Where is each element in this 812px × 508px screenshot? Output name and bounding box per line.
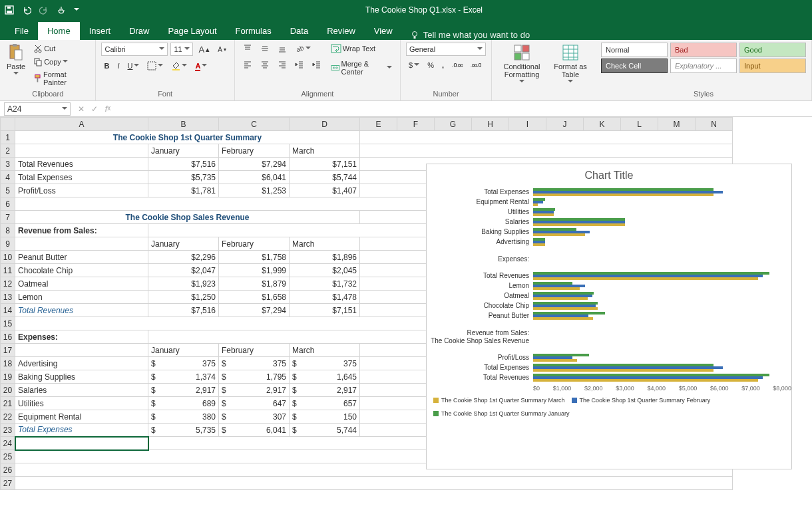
- chart-bar-row: Total Revenues: [427, 271, 785, 281]
- col-M[interactable]: M: [658, 118, 696, 131]
- tab-page-layout[interactable]: Page Layout: [159, 22, 226, 40]
- col-N[interactable]: N: [696, 118, 733, 131]
- chart-bar-row: Salaries: [427, 217, 785, 227]
- style-input[interactable]: Input: [739, 59, 806, 73]
- number-group-label: Number: [406, 90, 486, 99]
- tab-view[interactable]: View: [365, 22, 402, 40]
- style-check-cell[interactable]: Check Cell: [601, 59, 668, 73]
- col-F[interactable]: F: [397, 118, 435, 131]
- chart-x-axis: $0$1,000$2,000$3,000$4,000$5,000$6,000$7…: [533, 382, 791, 393]
- tab-file[interactable]: File: [5, 22, 38, 40]
- copy-icon: [33, 57, 43, 66]
- style-good[interactable]: Good: [739, 43, 806, 57]
- save-icon[interactable]: [4, 5, 15, 15]
- undo-icon[interactable]: [21, 5, 32, 15]
- align-top-button[interactable]: [240, 43, 255, 55]
- style-bad[interactable]: Bad: [670, 43, 737, 57]
- svg-rect-7: [15, 50, 22, 60]
- percent-format-button[interactable]: %: [425, 60, 437, 70]
- col-G[interactable]: G: [435, 118, 472, 131]
- svg-text:.0: .0: [477, 62, 481, 68]
- quick-access-toolbar: [4, 5, 80, 15]
- row-1[interactable]: 1: [1, 131, 15, 144]
- col-L[interactable]: L: [621, 118, 658, 131]
- enter-formula-button[interactable]: ✓: [88, 104, 101, 114]
- format-painter-button[interactable]: Format Painter: [31, 69, 90, 88]
- col-B[interactable]: B: [148, 118, 219, 131]
- underline-button[interactable]: U: [125, 61, 142, 71]
- svg-rect-14: [148, 62, 156, 70]
- comma-format-button[interactable]: ,: [439, 60, 447, 70]
- cancel-formula-button[interactable]: ✕: [75, 104, 88, 114]
- tab-review[interactable]: Review: [317, 22, 365, 40]
- bold-button[interactable]: B: [101, 61, 112, 71]
- align-left-button[interactable]: [240, 59, 255, 70]
- align-middle-button[interactable]: [258, 43, 272, 55]
- chart[interactable]: Chart Title Total ExpensesEquipment Rent…: [426, 164, 792, 469]
- increase-decimal-button[interactable]: .0.00: [449, 60, 465, 70]
- fill-color-button[interactable]: [168, 60, 190, 72]
- tell-me[interactable]: Tell me what you want to do: [410, 30, 530, 40]
- merge-center-button[interactable]: Merge & Center: [328, 59, 395, 77]
- accounting-format-button[interactable]: $: [406, 60, 422, 70]
- col-D[interactable]: D: [290, 118, 360, 131]
- col-H[interactable]: H: [472, 118, 509, 131]
- format-as-table-button[interactable]: Format as Table: [550, 43, 590, 85]
- touch-mode-icon[interactable]: [56, 5, 67, 15]
- align-right-button[interactable]: [275, 59, 290, 70]
- decrease-decimal-button[interactable]: .00.0: [468, 60, 484, 70]
- fx-button[interactable]: fx: [101, 104, 114, 114]
- ribbon-tabs: File Home Insert Draw Page Layout Formul…: [0, 20, 812, 40]
- qat-customize-icon[interactable]: [73, 5, 80, 15]
- outdent-icon: [295, 60, 304, 69]
- paste-button[interactable]: Paste: [5, 43, 27, 77]
- tab-insert[interactable]: Insert: [80, 22, 120, 40]
- orientation-button[interactable]: ab: [292, 43, 313, 55]
- svg-rect-6: [13, 44, 17, 47]
- wrap-text-button[interactable]: Wrap Text: [328, 43, 395, 55]
- tab-data[interactable]: Data: [281, 22, 317, 40]
- cell-title1[interactable]: The Cookie Shop 1st Quarter Summary: [15, 131, 360, 144]
- group-font: Calibri 11 A▴ A▾ B I U A Font: [96, 40, 234, 100]
- shrink-font-button[interactable]: A▾: [215, 45, 229, 55]
- svg-rect-27: [563, 45, 578, 60]
- number-format-select[interactable]: General: [406, 43, 486, 56]
- title-bar: The Cookie Shop Q1.xlsx - Excel: [0, 0, 812, 20]
- svg-rect-25: [514, 53, 521, 60]
- tell-me-label: Tell me what you want to do: [423, 30, 530, 40]
- style-normal[interactable]: Normal: [601, 43, 668, 57]
- font-size-select[interactable]: 11: [170, 43, 193, 56]
- name-box[interactable]: A24: [4, 102, 71, 116]
- col-J[interactable]: J: [546, 118, 584, 131]
- chart-bar-row: Oatmeal: [427, 291, 785, 301]
- align-right-icon: [278, 60, 287, 69]
- col-I[interactable]: I: [509, 118, 546, 131]
- select-all-corner[interactable]: [1, 118, 15, 131]
- italic-button[interactable]: I: [114, 61, 122, 71]
- borders-button[interactable]: [144, 60, 166, 72]
- tab-draw[interactable]: Draw: [120, 22, 158, 40]
- style-explanatory[interactable]: Explanatory ...: [670, 59, 737, 73]
- tab-formulas[interactable]: Formulas: [226, 22, 281, 40]
- grow-font-button[interactable]: A▴: [196, 43, 212, 56]
- col-C[interactable]: C: [219, 118, 290, 131]
- svg-rect-26: [522, 53, 529, 60]
- align-center-button[interactable]: [258, 59, 272, 70]
- formula-bar[interactable]: [114, 102, 812, 116]
- align-bottom-button[interactable]: [275, 43, 290, 55]
- redo-icon[interactable]: [39, 5, 49, 15]
- cell-A24[interactable]: [15, 437, 148, 450]
- copy-button[interactable]: Copy: [31, 56, 90, 68]
- font-color-button[interactable]: A: [192, 61, 210, 71]
- cell-title2[interactable]: The Cookie Shop Sales Revenue: [15, 211, 360, 224]
- col-E[interactable]: E: [360, 118, 397, 131]
- col-A[interactable]: A: [15, 118, 148, 131]
- font-name-select[interactable]: Calibri: [101, 43, 168, 56]
- cut-button[interactable]: Cut: [31, 43, 90, 55]
- conditional-formatting-button[interactable]: Conditional Formatting: [497, 43, 546, 85]
- increase-indent-button[interactable]: [309, 59, 324, 70]
- col-K[interactable]: K: [584, 118, 621, 131]
- decrease-indent-button[interactable]: [292, 59, 307, 70]
- svg-text:.00: .00: [457, 63, 463, 68]
- tab-home[interactable]: Home: [38, 22, 80, 40]
